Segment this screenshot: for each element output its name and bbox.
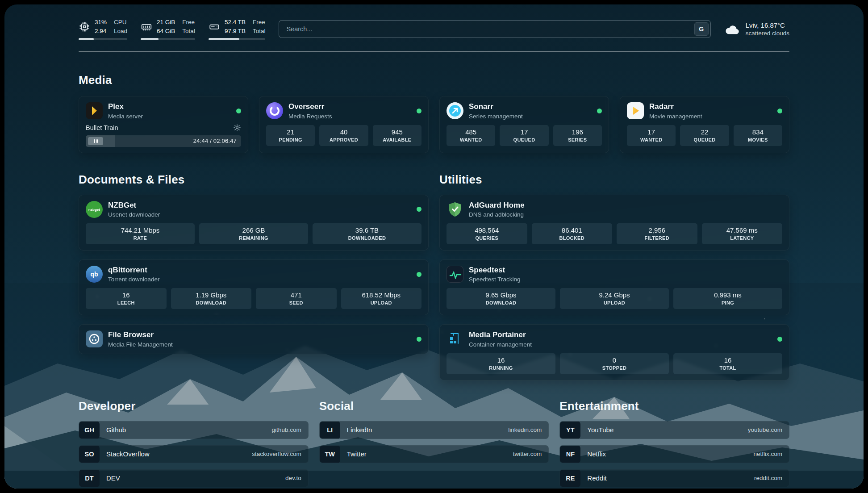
cpu-percent: 31% — [95, 18, 107, 27]
radarr-icon — [627, 102, 644, 119]
bookmark-linkedin[interactable]: LI LinkedIn linkedin.com — [319, 421, 549, 439]
stat-filtered: 2,956FILTERED — [617, 223, 697, 244]
stat-wanted: 485WANTED — [447, 125, 495, 146]
cpu-load-label: Load — [114, 27, 127, 36]
bookmark-url: dev.to — [285, 475, 301, 481]
disk-free-value: 52.4 TB — [225, 18, 246, 27]
service-name: NZBGet — [108, 201, 160, 210]
sonarr-icon — [447, 102, 463, 119]
bookmark-twitter[interactable]: TW Twitter twitter.com — [319, 445, 549, 463]
now-playing-title: Bullet Train — [86, 124, 118, 131]
plex-icon — [86, 102, 103, 119]
cpu-progress-bar — [79, 38, 127, 40]
service-card-overseerr[interactable]: Overseerr Media Requests 21PENDING 40APP… — [259, 96, 429, 153]
status-dot — [777, 109, 782, 113]
stat-queued: 22QUEUED — [680, 125, 729, 146]
section-title-entertainment: Entertainment — [559, 399, 789, 413]
status-dot — [417, 337, 421, 342]
pause-button[interactable] — [88, 137, 103, 145]
section-title-utilities: Utilities — [439, 173, 789, 187]
disk-total-label: Total — [253, 27, 266, 36]
service-card-filebrowser[interactable]: File Browser Media File Management — [79, 324, 429, 354]
service-card-adguard[interactable]: AdGuard Home DNS and adblocking 498,564Q… — [439, 195, 789, 251]
cpu-load-value: 2.94 — [95, 27, 107, 36]
ram-free-value: 21 GiB — [157, 18, 175, 27]
search-input[interactable] — [279, 20, 710, 38]
bookmark-netflix[interactable]: NF Netflix netflix.com — [559, 445, 789, 463]
stat-movies: 834MOVIES — [734, 125, 782, 146]
service-desc: Container management — [469, 341, 532, 348]
bookmark-name: LinkedIn — [347, 426, 372, 434]
filebrowser-icon — [86, 330, 103, 347]
bookmark-name: YouTube — [587, 426, 613, 434]
stat-remaining: 266 GBREMAINING — [199, 223, 308, 244]
qbittorrent-icon: qb — [86, 266, 103, 283]
service-card-portainer[interactable]: Media Portainer Container management 16R… — [439, 324, 789, 380]
stat-ping: 0.993 msPING — [673, 288, 782, 309]
media-grid: Plex Media server Bullet Train 24:44 / 0 — [79, 96, 789, 153]
adguard-icon — [447, 201, 463, 218]
service-name: AdGuard Home — [469, 201, 525, 210]
status-dot — [597, 109, 602, 113]
stat-wanted: 17WANTED — [627, 125, 676, 146]
dashboard-root: 31% 2.94 CPU Load — [4, 4, 864, 489]
stat-running: 16RUNNING — [447, 353, 555, 374]
service-card-sonarr[interactable]: Sonarr Series management 485WANTED 17QUE… — [439, 96, 609, 153]
search-engine-button[interactable]: G — [694, 22, 709, 36]
service-name: File Browser — [108, 330, 173, 339]
status-dot — [236, 109, 241, 113]
bookmark-url: twitter.com — [513, 451, 542, 457]
stat-leech: 16LEECH — [86, 288, 167, 309]
overseerr-icon — [266, 102, 283, 119]
service-name: Overseerr — [288, 102, 332, 111]
service-desc: Series management — [469, 113, 523, 120]
weather-widget: Lviv, 16.87°C scattered clouds — [724, 21, 789, 37]
service-card-plex[interactable]: Plex Media server Bullet Train 24:44 / 0 — [79, 96, 248, 153]
service-desc: Usenet downloader — [108, 211, 160, 218]
ram-icon — [141, 21, 152, 33]
bookmark-url: stackoverflow.com — [252, 451, 301, 457]
bookmark-name: Twitter — [347, 450, 367, 458]
cpu-metric: 31% 2.94 CPU Load — [79, 18, 127, 40]
bookmark-youtube[interactable]: YT YouTube youtube.com — [559, 421, 789, 439]
speedtest-icon — [447, 266, 463, 283]
bookmark-group-developer: Developer GH Github github.com SO StackO… — [79, 380, 309, 489]
service-card-nzbget[interactable]: nzbget NZBGet Usenet downloader 744.21 M… — [79, 195, 429, 251]
ram-total-value: 64 GiB — [157, 27, 175, 36]
service-desc: Media Requests — [288, 113, 332, 120]
disk-icon — [209, 21, 220, 33]
documents-column: Documents & Files nzbget NZBGet Usenet d… — [79, 153, 429, 354]
gear-icon[interactable] — [233, 124, 241, 132]
service-desc: Media server — [108, 113, 143, 120]
svg-text:nzbget: nzbget — [88, 208, 100, 212]
service-desc: Movie management — [649, 113, 702, 120]
bookmark-dev[interactable]: DT DEV dev.to — [79, 469, 309, 487]
bookmark-stackoverflow[interactable]: SO StackOverflow stackoverflow.com — [79, 445, 309, 463]
github-icon: GH — [79, 421, 100, 439]
stackoverflow-icon: SO — [79, 445, 100, 463]
service-card-speedtest[interactable]: Speedtest Speedtest Tracking 9.65 GbpsDO… — [439, 259, 789, 315]
cpu-icon — [79, 21, 90, 33]
ram-progress-bar — [141, 38, 195, 40]
bookmark-name: StackOverflow — [106, 450, 150, 458]
service-card-qbittorrent[interactable]: qb qBittorrent Torrent downloader 16LEEC… — [79, 259, 429, 315]
disk-metric: 52.4 TB 97.9 TB Free Total — [209, 18, 266, 40]
stat-queries: 498,564QUERIES — [447, 223, 527, 244]
bookmark-github[interactable]: GH Github github.com — [79, 421, 309, 439]
stat-rate: 744.21 MbpsRATE — [86, 223, 195, 244]
disk-free-label: Free — [253, 18, 266, 27]
bookmark-group-entertainment: Entertainment YT YouTube youtube.com NF … — [559, 380, 789, 489]
stat-latency: 47.569 msLATENCY — [702, 223, 783, 244]
ram-metric: 21 GiB 64 GiB Free Total — [141, 18, 195, 40]
service-desc: Speedtest Tracking — [469, 276, 521, 283]
system-metrics: 31% 2.94 CPU Load — [79, 18, 265, 40]
cloud-icon — [724, 23, 740, 35]
stat-upload: 618.52 MbpsUPLOAD — [341, 288, 422, 309]
twitter-icon: TW — [320, 445, 340, 463]
service-card-radarr[interactable]: Radarr Movie management 17WANTED 22QUEUE… — [620, 96, 789, 153]
stat-blocked: 86,401BLOCKED — [532, 223, 613, 244]
topbar-divider — [79, 51, 789, 52]
playback-progress[interactable]: 24:44 / 02:06:47 — [86, 135, 241, 147]
bookmark-reddit[interactable]: RE Reddit reddit.com — [559, 469, 789, 487]
youtube-icon: YT — [560, 421, 580, 439]
